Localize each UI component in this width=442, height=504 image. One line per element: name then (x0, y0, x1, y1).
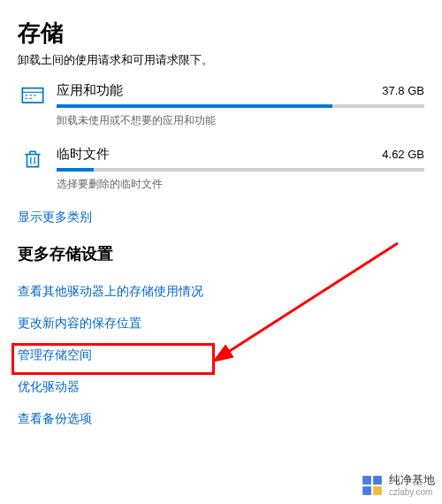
link-manage-storage[interactable]: 管理存储空间 (18, 347, 424, 363)
link-backup-options[interactable]: 查看备份选项 (18, 411, 424, 427)
link-change-save-location[interactable]: 更改新内容的保存位置 (18, 316, 424, 332)
svg-rect-18 (373, 486, 382, 495)
storage-size: 37.8 GB (382, 84, 424, 97)
svg-rect-17 (362, 486, 371, 495)
storage-name: 应用和功能 (57, 82, 123, 99)
storage-desc: 卸载未使用或不想要的应用和功能 (57, 113, 424, 128)
svg-rect-16 (373, 476, 382, 485)
storage-item-apps[interactable]: 应用和功能 37.8 GB 卸载未使用或不想要的应用和功能 (18, 82, 424, 128)
svg-rect-15 (362, 476, 371, 485)
watermark: 纯净基地 czlaby.com (361, 474, 435, 497)
watermark-title: 纯净基地 (389, 474, 435, 486)
storage-desc: 选择要删除的临时文件 (57, 177, 424, 192)
apps-icon (18, 84, 48, 114)
storage-size: 4.62 GB (382, 148, 424, 161)
truncated-desc: 卸载土间的使用请求和可用请求限下。 (18, 52, 424, 68)
watermark-url: czlaby.com (389, 487, 435, 497)
progress-bar (57, 168, 424, 172)
section-title: 更多存储设置 (18, 243, 424, 264)
progress-bar (57, 104, 424, 108)
link-optimize-drives[interactable]: 优化驱动器 (18, 379, 424, 395)
storage-item-temp[interactable]: 临时文件 4.62 GB 选择要删除的临时文件 (18, 146, 424, 192)
page-title: 存储 (18, 18, 424, 49)
show-more-link[interactable]: 显示更多类别 (18, 210, 424, 225)
link-other-drives[interactable]: 查看其他驱动器上的存储使用情况 (18, 284, 424, 300)
storage-name: 临时文件 (57, 146, 110, 163)
watermark-logo-icon (361, 474, 384, 497)
trash-icon (18, 148, 48, 178)
